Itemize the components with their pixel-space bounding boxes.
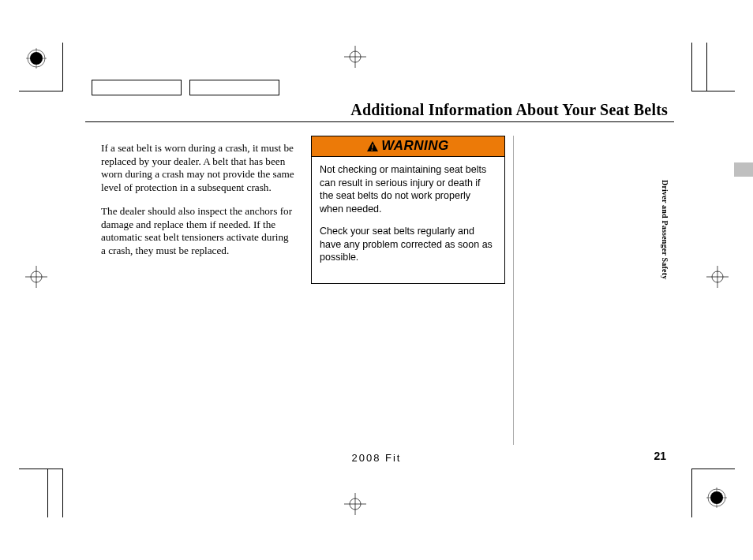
svg-point-3: [30, 52, 43, 65]
svg-point-19: [710, 491, 723, 504]
warning-box: ! WARNING Not checking or maintaining se…: [311, 136, 505, 284]
crop-mark: [691, 43, 692, 91]
page: Additional Information About Your Seat B…: [0, 0, 753, 560]
register-mark-icon: [25, 266, 47, 288]
title-rule: [85, 121, 674, 122]
footer-model: 2008 Fit: [0, 452, 753, 464]
crop-mark: [47, 469, 48, 517]
svg-text:!: !: [371, 143, 374, 151]
column-divider: [513, 136, 514, 445]
body-paragraph: The dealer should also inspect the ancho…: [101, 205, 295, 257]
footer-page-number: 21: [654, 450, 666, 462]
section-tab-marker: [734, 162, 753, 177]
register-mark-icon: [344, 493, 366, 515]
crop-mark: [19, 469, 62, 469]
body-paragraph: If a seat belt is worn during a crash, i…: [101, 142, 295, 194]
warning-paragraph: Not checking or maintaining seat belts c…: [320, 163, 496, 215]
page-title: Additional Information About Your Seat B…: [350, 101, 668, 119]
crop-mark: [706, 43, 707, 91]
section-tab-label: Driver and Passenger Safety: [661, 180, 669, 279]
warning-body: Not checking or maintaining seat belts c…: [312, 157, 504, 283]
header-placeholder-box: [189, 80, 279, 95]
warning-label: WARNING: [381, 138, 449, 154]
crop-mark: [19, 91, 62, 91]
register-mark-icon: [344, 46, 366, 68]
warning-header: ! WARNING: [312, 136, 504, 157]
crop-mark: [62, 469, 63, 517]
crop-mark: [62, 43, 63, 91]
body-column: If a seat belt is worn during a crash, i…: [101, 142, 295, 268]
register-mark-icon: [706, 487, 727, 508]
crop-mark: [691, 469, 735, 469]
warning-triangle-icon: !: [367, 141, 378, 151]
header-placeholder-box: [92, 80, 182, 95]
warning-paragraph: Check your seat belts regularly and have…: [320, 225, 496, 264]
register-mark-icon: [26, 48, 47, 69]
crop-mark: [691, 91, 735, 91]
register-mark-icon: [706, 266, 729, 288]
crop-mark: [691, 469, 692, 517]
